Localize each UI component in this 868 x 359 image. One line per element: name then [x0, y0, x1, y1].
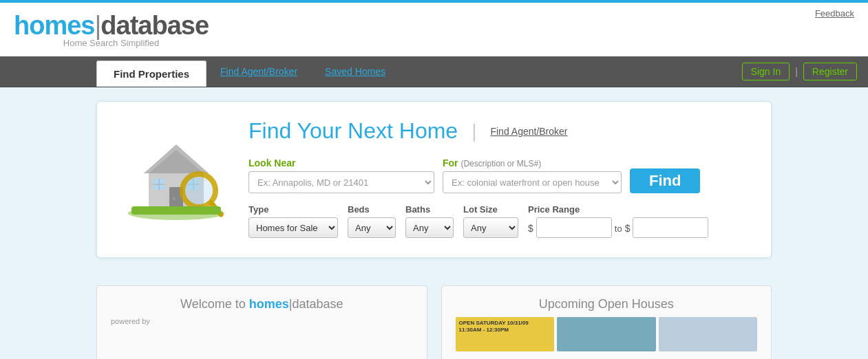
price-range-row: $ to $: [528, 217, 708, 238]
for-label: For (Description or MLS#): [443, 157, 622, 168]
oh-image-2: [557, 317, 656, 351]
welcome-plain: Welcome to: [180, 297, 249, 311]
powered-by: powered by: [111, 317, 413, 325]
search-row: Look Near Ex: Annapolis, MD or 21401 For…: [248, 157, 750, 193]
logo-text: homes|database: [14, 11, 209, 41]
beds-group: Beds Any 1+ 2+ 3+ 4+ 5+: [348, 204, 396, 238]
for-desc: (Description or MLS#): [461, 159, 541, 168]
baths-group: Baths Any 1+ 2+ 3+ 4+: [405, 204, 454, 238]
tab-saved-homes[interactable]: Saved Homes: [311, 56, 399, 87]
filters-row: Type Homes for Sale Homes for Rent Comme…: [248, 204, 750, 238]
beds-label: Beds: [348, 204, 396, 215]
price-to-symbol: $: [625, 223, 631, 234]
price-range-label: Price Range: [528, 204, 708, 215]
register-link[interactable]: Register: [803, 63, 857, 80]
sign-in-link[interactable]: Sign In: [742, 63, 790, 80]
welcome-title: Welcome to homes|database: [111, 297, 413, 312]
find-agent-broker-link[interactable]: Find Agent/Broker: [490, 126, 567, 137]
open-houses-card: Upcoming Open Houses OPEN SATURDAY 10/31…: [441, 285, 772, 359]
house-svg: [118, 125, 235, 221]
type-select[interactable]: Homes for Sale Homes for Rent Commercial…: [248, 217, 338, 238]
beds-select[interactable]: Any 1+ 2+ 3+ 4+ 5+: [348, 217, 396, 238]
price-to-label: to: [615, 224, 622, 234]
logo: homes|database Home Search Simplified: [14, 3, 209, 51]
svg-rect-27: [131, 206, 221, 215]
for-select[interactable]: Ex: colonial waterfront or open house: [443, 171, 622, 193]
search-title-row: Find Your Next Home | Find Agent/Broker: [248, 118, 750, 144]
price-from-symbol: $: [528, 223, 533, 234]
welcome-homes: homes: [249, 297, 289, 311]
baths-label: Baths: [405, 204, 454, 215]
main-content: Find Your Next Home | Find Agent/Broker …: [0, 87, 868, 272]
oh-badge: OPEN SATURDAY 10/31/09 11:30AM - 12:30PM: [457, 318, 531, 334]
lot-size-label: Lot Size: [463, 204, 518, 215]
welcome-database: database: [292, 297, 343, 311]
look-near-group: Look Near Ex: Annapolis, MD or 21401: [248, 157, 434, 193]
find-button[interactable]: Find: [630, 168, 700, 193]
price-from-input[interactable]: [536, 217, 612, 238]
type-label: Type: [248, 204, 338, 215]
price-range-group: Price Range $ to $: [528, 204, 708, 238]
open-houses-images: OPEN SATURDAY 10/31/09 11:30AM - 12:30PM: [456, 317, 758, 351]
tab-find-agent[interactable]: Find Agent/Broker: [207, 56, 311, 87]
svg-point-17: [173, 197, 176, 200]
look-near-select[interactable]: Ex: Annapolis, MD or 21401: [248, 171, 434, 193]
nav-bar: Find Properties Find Agent/Broker Saved …: [0, 56, 868, 87]
type-group: Type Homes for Sale Homes for Rent Comme…: [248, 204, 338, 238]
search-area: Find Your Next Home | Find Agent/Broker …: [248, 118, 750, 238]
logo-database: database: [100, 11, 209, 40]
look-near-label: Look Near: [248, 157, 434, 168]
oh-image-1: OPEN SATURDAY 10/31/09 11:30AM - 12:30PM: [456, 317, 555, 351]
lot-size-select[interactable]: Any 0.25 ac 0.5 ac 1 ac 2 ac 5 ac: [463, 217, 518, 238]
oh-image-3: [659, 317, 758, 351]
bottom-cards: Welcome to homes|database powered by Upc…: [0, 272, 868, 359]
svg-point-25: [185, 177, 213, 204]
feedback-link[interactable]: Feedback: [815, 8, 854, 19]
search-main-title: Find Your Next Home: [248, 118, 458, 144]
price-to-input[interactable]: [633, 217, 708, 238]
house-illustration: [118, 125, 235, 224]
open-houses-title: Upcoming Open Houses: [456, 297, 758, 312]
lot-size-group: Lot Size Any 0.25 ac 0.5 ac 1 ac 2 ac 5 …: [463, 204, 518, 238]
title-divider: |: [472, 120, 476, 142]
nav-auth: Sign In | Register: [731, 56, 868, 87]
search-card: Find Your Next Home | Find Agent/Broker …: [96, 101, 772, 258]
welcome-card: Welcome to homes|database powered by: [96, 285, 427, 359]
for-group: For (Description or MLS#) Ex: colonial w…: [443, 157, 622, 193]
tab-find-properties[interactable]: Find Properties: [96, 61, 207, 87]
nav-spacer: [399, 56, 731, 87]
auth-separator: |: [795, 66, 798, 77]
logo-homes: homes: [14, 11, 94, 40]
top-bar: homes|database Home Search Simplified Fe…: [0, 0, 868, 56]
baths-select[interactable]: Any 1+ 2+ 3+ 4+: [405, 217, 454, 238]
